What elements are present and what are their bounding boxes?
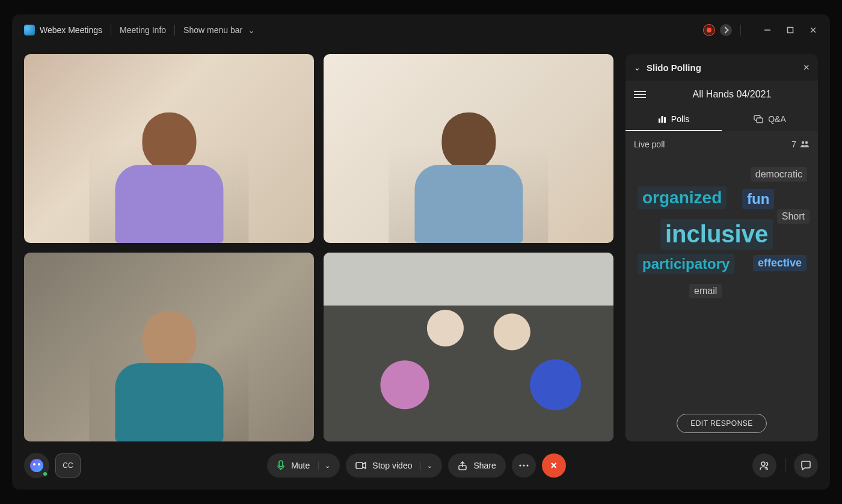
- svg-rect-6: [664, 117, 666, 123]
- slido-panel: ⌄ Slido Polling × All Hands 04/2021 Poll…: [625, 54, 818, 441]
- camera-icon: [355, 461, 366, 470]
- app-name: Webex Meetings: [40, 25, 102, 35]
- word-cloud: democratic organized fun Short inclusive…: [634, 167, 810, 402]
- participants-button[interactable]: [752, 453, 776, 478]
- poll-participant-count: 7: [791, 140, 810, 149]
- assistant-button[interactable]: [24, 453, 49, 478]
- poll-status-row: Live poll 7: [634, 140, 810, 149]
- meeting-toolbar: CC Mute ⌄ Stop video ⌄ Share ×: [12, 441, 830, 490]
- show-menu-label: Show menu bar: [183, 25, 242, 35]
- svg-point-15: [523, 464, 524, 466]
- separator: [111, 25, 111, 35]
- stop-video-label: Stop video: [372, 461, 412, 470]
- svg-point-9: [802, 141, 804, 144]
- svg-rect-11: [279, 461, 283, 467]
- hamburger-menu-icon[interactable]: [634, 91, 646, 98]
- share-icon: [458, 461, 467, 470]
- app-icon: [24, 25, 35, 35]
- word-fun: fun: [742, 189, 774, 209]
- mute-button[interactable]: Mute ⌄: [267, 453, 340, 478]
- participant-count-value: 7: [791, 140, 796, 149]
- svg-rect-8: [757, 118, 763, 123]
- more-icon: [519, 464, 529, 467]
- title-bar: Webex Meetings Meeting Info Show menu ba…: [12, 14, 830, 46]
- video-tile[interactable]: [24, 54, 314, 243]
- separator: [740, 25, 741, 35]
- video-options-caret[interactable]: ⌄: [420, 462, 432, 470]
- collapse-panel-icon[interactable]: ⌄: [634, 63, 641, 72]
- svg-point-14: [519, 464, 521, 466]
- more-options-button[interactable]: [512, 453, 536, 478]
- assistant-icon: [30, 459, 43, 472]
- chat-icon: [801, 461, 811, 470]
- poll-body: Live poll 7 democratic organized fun Sho…: [625, 131, 818, 441]
- presence-dot: [42, 471, 48, 477]
- word-democratic: democratic: [751, 167, 807, 182]
- tab-qa-label: Q&A: [768, 114, 786, 124]
- event-title: All Hands 04/2021: [654, 89, 810, 100]
- tab-polls-label: Polls: [671, 114, 689, 124]
- word-inclusive: inclusive: [660, 219, 773, 250]
- cc-label: CC: [63, 461, 73, 470]
- word-participatory: participatory: [638, 254, 734, 274]
- word-short: Short: [777, 209, 810, 224]
- chevron-down-icon: ⌄: [248, 26, 254, 35]
- main-area: ⌄ Slido Polling × All Hands 04/2021 Poll…: [12, 46, 830, 441]
- closed-captions-button[interactable]: CC: [55, 453, 81, 478]
- leave-meeting-button[interactable]: ×: [542, 453, 566, 478]
- word-email: email: [689, 284, 722, 298]
- people-icon: [800, 141, 810, 148]
- share-label: Share: [473, 461, 496, 470]
- polls-icon: [658, 115, 666, 123]
- chat-button[interactable]: [794, 453, 818, 478]
- edit-response-button[interactable]: EDIT RESPONSE: [677, 414, 767, 433]
- separator: [174, 25, 175, 35]
- meeting-info-link[interactable]: Meeting Info: [120, 25, 166, 35]
- poll-status-label: Live poll: [634, 140, 665, 149]
- svg-rect-4: [659, 118, 660, 123]
- word-organized: organized: [638, 186, 727, 209]
- svg-point-17: [761, 462, 765, 466]
- mute-options-caret[interactable]: ⌄: [318, 462, 330, 470]
- tab-polls[interactable]: Polls: [625, 108, 722, 131]
- video-grid: [24, 46, 613, 441]
- svg-point-10: [805, 141, 808, 144]
- show-menu-bar-toggle[interactable]: Show menu bar ⌄: [183, 25, 254, 35]
- record-indicator[interactable]: [703, 24, 715, 36]
- microphone-icon: [277, 460, 285, 471]
- app-window: Webex Meetings Meeting Info Show menu ba…: [12, 14, 830, 490]
- close-icon: ×: [551, 459, 558, 472]
- separator: [785, 458, 785, 473]
- svg-rect-1: [788, 28, 793, 33]
- participants-icon: [759, 461, 770, 470]
- close-panel-button[interactable]: ×: [803, 61, 810, 74]
- svg-rect-5: [661, 116, 663, 123]
- tab-qa[interactable]: Q&A: [722, 108, 818, 131]
- svg-rect-12: [356, 463, 363, 469]
- panel-header: ⌄ Slido Polling ×: [625, 54, 818, 81]
- video-tile[interactable]: [324, 253, 613, 441]
- word-effective: effective: [753, 255, 807, 271]
- video-tile[interactable]: [324, 54, 613, 243]
- close-window-button[interactable]: [808, 25, 818, 35]
- video-tile[interactable]: [24, 253, 314, 441]
- panel-tabs: Polls Q&A: [625, 108, 818, 131]
- stop-video-button[interactable]: Stop video ⌄: [346, 453, 442, 478]
- panel-title: Slido Polling: [647, 63, 803, 73]
- panel-subheader: All Hands 04/2021: [625, 81, 818, 108]
- mute-label: Mute: [291, 461, 310, 470]
- minimize-button[interactable]: [763, 25, 772, 35]
- share-button[interactable]: Share: [448, 453, 505, 478]
- navigate-button[interactable]: [720, 24, 732, 36]
- svg-point-16: [526, 464, 528, 466]
- maximize-button[interactable]: [785, 25, 795, 35]
- qa-icon: [754, 115, 763, 123]
